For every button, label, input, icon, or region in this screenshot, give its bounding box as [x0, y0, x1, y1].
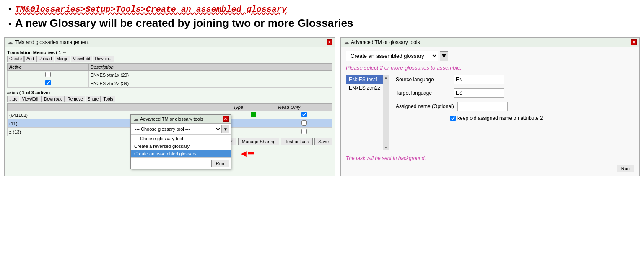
glos-row2-readonly[interactable]: [276, 119, 332, 128]
right-window-title: Advanced TM or glossary tools: [351, 39, 420, 45]
main-description: A new Glossary will be created by joinin…: [15, 17, 353, 30]
tm-section: Translation Memories ( 1 ← Create Add Up…: [7, 50, 332, 88]
tm-create-btn[interactable]: Create: [7, 56, 24, 62]
tm-viewedit-btn[interactable]: View/Edit: [71, 56, 93, 62]
left-window-content: Translation Memories ( 1 ← Create Add Up…: [5, 47, 335, 148]
target-lang-input[interactable]: [454, 88, 504, 98]
test-actives-btn[interactable]: Test actives: [281, 138, 312, 145]
dropdown-overlay: ☁ Advanced TM or glossary tools ✕ --- Ch…: [130, 114, 231, 169]
red-arrow-icon: ◄━: [239, 148, 254, 159]
glossary-list-section: EN>ES test1 EN>ES ztm2z ▲ ▼: [346, 75, 389, 150]
glos-row3-type: [231, 128, 276, 136]
manage-sharing-btn[interactable]: Manage Sharing: [238, 138, 280, 145]
tm-upload-btn[interactable]: Upload: [36, 56, 54, 62]
glos-row1-readonly[interactable]: [276, 111, 332, 119]
windows-area: ☁ TMs and glossaries management ✕ Transl…: [0, 37, 644, 180]
table-row[interactable]: EN>ES xtm1x (29): [8, 71, 332, 79]
source-lang-label: Source language: [396, 77, 450, 83]
dropdown-close[interactable]: ✕: [223, 116, 229, 122]
dropdown-item-placeholder[interactable]: --- Choose glossary tool ---: [131, 135, 231, 142]
tm-download-btn[interactable]: Downlo...: [93, 56, 114, 62]
bullet-2: •: [8, 19, 12, 28]
list-scrollbar[interactable]: ▲ ▼: [383, 75, 389, 150]
cloud-icon-dropdown: ☁: [133, 116, 139, 122]
top-section: • TM&Glossaries>Setup>Tools>Create an as…: [0, 0, 644, 36]
tm-row2-desc: EN>ES ztm2z (39): [88, 79, 332, 88]
right-run-row: Run: [346, 165, 634, 172]
glos-row2-type: [231, 119, 276, 128]
glos-col-type: Type: [231, 104, 276, 111]
dropdown-item-assembled[interactable]: Create an assembled glossary ◄━: [131, 150, 231, 157]
source-lang-row: Source language: [396, 75, 634, 84]
assigned-name-input[interactable]: [457, 102, 508, 111]
dropdown-run-btn[interactable]: Run: [211, 160, 229, 167]
left-window-title: TMs and glossaries management: [15, 39, 89, 45]
list-item[interactable]: EN>ES ztm2z: [346, 84, 383, 92]
glos-section-header: aries ( 1 of 3 active): [7, 90, 332, 95]
keep-attr-checkbox[interactable]: [450, 116, 456, 121]
dropdown-list: --- Choose glossary tool --- Create a re…: [131, 135, 231, 157]
scroll-down-arrow[interactable]: ▼: [384, 146, 388, 150]
target-lang-row: Target language: [396, 88, 634, 98]
glos-share-btn[interactable]: Share: [86, 96, 101, 102]
glos-row3-readonly[interactable]: [276, 128, 332, 136]
cloud-icon-left: ☁: [7, 39, 13, 46]
left-window-titlebar: ☁ TMs and glossaries management ✕: [5, 38, 335, 47]
tm-row1-desc: EN>ES xtm1x (29): [88, 71, 332, 79]
type-icon: [251, 112, 256, 117]
keep-attr-row: keep old assigned name on attribute 2: [450, 115, 634, 121]
glos-col-readonly: Read-Only: [276, 104, 332, 111]
right-window-titlebar: ☁ Advanced TM or glossary tools ✕: [341, 38, 639, 47]
right-tool-select[interactable]: Create an assembled glossary: [346, 51, 438, 61]
glos-row1-type: [231, 111, 276, 119]
assigned-name-row: Assigned name (Optional): [396, 102, 634, 111]
save-btn[interactable]: Save: [314, 138, 332, 145]
dropdown-titlebar: ☁ Advanced TM or glossary tools ✕: [131, 115, 231, 124]
glossary-list-inner: EN>ES test1 EN>ES ztm2z: [346, 75, 383, 150]
breadcrumb-line: • TM&Glossaries>Setup>Tools>Create an as…: [8, 4, 636, 14]
instruction-text: Please select 2 or more glossaries to as…: [346, 65, 634, 71]
glos-viewedit-btn[interactable]: View/Edit: [20, 96, 42, 102]
left-window: ☁ TMs and glossaries management ✕ Transl…: [4, 37, 335, 176]
right-footer-text: The task will be sent in background.: [346, 155, 634, 161]
glos-remove-btn[interactable]: Remove: [65, 96, 85, 102]
assigned-name-label: Assigned name (Optional): [396, 103, 454, 109]
tm-col-desc: Description: [88, 64, 332, 71]
cloud-icon-right: ☁: [343, 39, 349, 46]
tm-row2-active[interactable]: [8, 79, 89, 88]
tm-add-btn[interactable]: Add: [24, 56, 36, 62]
glos-tools-btn[interactable]: Tools: [101, 96, 115, 102]
target-lang-label: Target language: [396, 90, 450, 96]
left-window-close[interactable]: ✕: [327, 39, 332, 45]
right-dropdown-arrow[interactable]: ▼: [440, 51, 448, 61]
glos-download-btn[interactable]: Download: [42, 96, 65, 102]
glos-col-desc: [8, 104, 231, 111]
list-item[interactable]: EN>ES test1: [346, 75, 383, 84]
right-body: EN>ES test1 EN>ES ztm2z ▲ ▼ Source langu…: [346, 75, 634, 150]
dropdown-run-row: Run: [131, 157, 231, 169]
right-run-btn[interactable]: Run: [617, 165, 634, 172]
scroll-up-arrow[interactable]: ▲: [384, 76, 388, 80]
tm-col-active: Active: [8, 64, 89, 71]
glos-merge-btn[interactable]: ...ge: [7, 96, 19, 102]
right-window-close[interactable]: ✕: [631, 39, 637, 45]
dropdown-item-reversed[interactable]: Create a reversed glossary: [131, 142, 231, 150]
dropdown-header-row: --- Choose glossary tool --- ▼: [131, 124, 231, 135]
dropdown-title: Advanced TM or glossary tools: [140, 116, 203, 121]
breadcrumb-text: TM&Glossaries>Setup>Tools>Create an asse…: [15, 5, 287, 14]
right-form: Source language Target language Assigned…: [396, 75, 634, 150]
glossary-tool-select[interactable]: --- Choose glossary tool ---: [132, 125, 222, 133]
glossary-list-container: EN>ES test1 EN>ES ztm2z ▲ ▼: [346, 75, 389, 150]
glos-toolbar: ...ge View/Edit Download Remove Share To…: [7, 96, 332, 102]
table-row[interactable]: EN>ES ztm2z (39): [8, 79, 332, 88]
source-lang-input[interactable]: [454, 75, 504, 84]
tool-select-row: Create an assembled glossary ▼: [346, 51, 634, 61]
bullet-1: •: [8, 4, 12, 13]
tm-merge-btn[interactable]: Merge: [55, 56, 70, 62]
tm-toolbar: Create Add Upload Merge View/Edit Downlo…: [7, 56, 332, 62]
main-desc-line: • A new Glossary will be created by join…: [8, 17, 636, 30]
keep-attr-label: keep old assigned name on attribute 2: [457, 115, 543, 121]
dropdown-arrow-btn[interactable]: ▼: [222, 125, 229, 133]
right-window-content: Create an assembled glossary ▼ Please se…: [341, 47, 639, 176]
tm-row1-active[interactable]: [8, 71, 89, 79]
